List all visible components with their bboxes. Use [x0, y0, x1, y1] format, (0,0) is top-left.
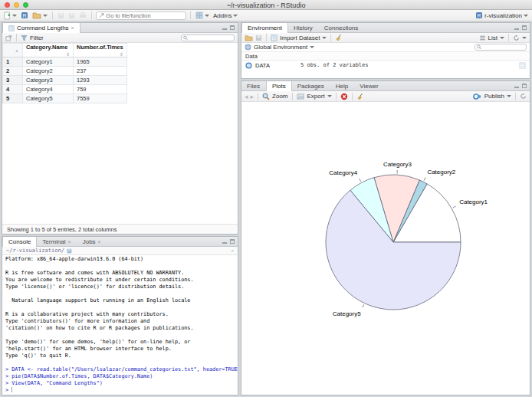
viewer-toolbar: Filter — [2, 33, 238, 43]
table-cell: Category5 — [23, 94, 74, 103]
save-all-button[interactable] — [67, 11, 76, 20]
previous-plot-icon[interactable]: ◂ — [245, 93, 248, 100]
table-row[interactable]: 2Category2237 — [3, 67, 127, 76]
search-icon — [183, 35, 188, 41]
plots-pane: Files Plots Packages Help Viewer ◂ ▸ Zoo… — [241, 80, 530, 395]
maximize-pane-icon[interactable] — [230, 239, 235, 244]
pie-chart: Category1Category2Category3Category4Cate… — [241, 102, 530, 394]
table-row[interactable]: 3Category31293 — [3, 76, 127, 85]
data-viewer-pane: Command Lengths × Filter ▲ Category.Name… — [2, 22, 238, 235]
corner-header[interactable]: ▲ — [3, 44, 23, 57]
clear-objects-icon[interactable] — [335, 34, 343, 41]
project-menu-button[interactable]: r-visualization — [475, 11, 529, 20]
console-output[interactable]: Platform: x86_64-apple-darwin13.6.0 (64-… — [2, 255, 238, 394]
tab-history[interactable]: History — [288, 23, 319, 32]
goto-file-function-box[interactable] — [96, 11, 186, 20]
data-object-icon — [245, 62, 252, 69]
filter-label[interactable]: Filter — [30, 34, 44, 41]
save-workspace-icon[interactable] — [255, 34, 262, 41]
plot-area: Category1Category2Category3Category4Cate… — [241, 102, 530, 394]
minimize-pane-icon[interactable] — [514, 84, 519, 88]
pie-slice-label: Category5 — [333, 310, 361, 317]
goto-input[interactable] — [106, 12, 183, 19]
refresh-plots-icon[interactable] — [520, 93, 527, 100]
list-view-icon — [479, 34, 486, 41]
pie-label-tick — [424, 178, 425, 181]
zoom-plot-button[interactable]: Zoom — [272, 93, 287, 100]
console-command-line: > View(DATA, "Command Lengths") — [5, 380, 238, 387]
new-project-button[interactable] — [20, 11, 29, 20]
minimize-pane-icon[interactable] — [222, 239, 227, 244]
table-cell: 7559 — [74, 94, 127, 103]
view-table-icon[interactable] — [519, 62, 526, 69]
viewer-search-input[interactable] — [189, 35, 232, 41]
tab-environment[interactable]: Environment — [241, 23, 288, 33]
table-row[interactable]: 4Category4759 — [3, 85, 127, 94]
console-output-line: R is a collaborative project with many c… — [5, 311, 238, 318]
import-dataset-button[interactable]: Import Dataset — [280, 34, 320, 41]
viewer-search-box[interactable] — [181, 34, 235, 41]
console-output-line — [5, 263, 238, 270]
minimize-pane-icon[interactable] — [514, 25, 519, 30]
popout-icon[interactable] — [5, 34, 12, 41]
scope-selector[interactable]: Global Environment — [254, 44, 307, 51]
console-command-line: > DATA <- read.table("/Users/lsalazar/co… — [5, 366, 238, 373]
remove-plot-icon[interactable] — [340, 93, 348, 100]
console-output-line: R is free software and comes with ABSOLU… — [5, 270, 238, 277]
table-cell: 1 — [3, 57, 23, 67]
load-workspace-icon[interactable] — [245, 34, 253, 41]
open-file-button[interactable] — [31, 11, 48, 20]
pane-layout-button[interactable] — [195, 11, 210, 20]
environment-search-box[interactable] — [475, 44, 527, 51]
export-plot-icon — [297, 93, 305, 100]
addins-button[interactable]: Addins — [212, 11, 238, 20]
maximize-pane-icon[interactable] — [522, 84, 527, 88]
goto-icon — [99, 12, 104, 18]
console-output-line: Platform: x86_64-apple-darwin13.6.0 (64-… — [5, 256, 238, 263]
new-file-button[interactable] — [3, 11, 18, 20]
export-plot-button[interactable]: Export — [307, 93, 325, 100]
tab-connections[interactable]: Connections — [319, 23, 364, 32]
project-name: r-visualization — [484, 12, 522, 19]
list-view-button[interactable]: List — [488, 34, 498, 41]
console-output-line: Type 'demo()' for some demos, 'help()' f… — [5, 339, 238, 346]
tab-packages[interactable]: Packages — [292, 81, 330, 90]
filter-icon[interactable] — [21, 34, 28, 41]
environment-search-input[interactable] — [483, 44, 524, 50]
table-cell: 2 — [3, 67, 23, 76]
tab-command-lengths[interactable]: Command Lengths × — [2, 23, 80, 33]
pie-slice-label: Category4 — [329, 169, 357, 176]
popout-console-icon[interactable]: ↗ — [231, 248, 234, 254]
maximize-pane-icon[interactable] — [230, 25, 235, 30]
environment-object-row[interactable]: DATA 5 obs. of 2 variables — [241, 61, 530, 70]
refresh-icon[interactable] — [513, 34, 520, 41]
publish-button[interactable]: Publish — [484, 93, 504, 100]
close-tab-icon[interactable]: × — [98, 239, 101, 244]
tab-jobs[interactable]: Jobs× — [77, 237, 107, 246]
tab-console[interactable]: Console — [2, 237, 37, 247]
print-button[interactable] — [78, 11, 87, 20]
save-button[interactable] — [57, 11, 65, 20]
table-row[interactable]: 5Category57559 — [3, 94, 127, 103]
environment-scope-bar: Global Environment — [241, 43, 530, 52]
pie-slice-label: Category1 — [459, 198, 488, 205]
column-header-category-name[interactable]: Category.Name⇕ — [23, 44, 74, 57]
object-name[interactable]: DATA — [255, 62, 297, 69]
plots-toolbar: ◂ ▸ Zoom Export Publish — [241, 91, 530, 102]
clear-plots-icon[interactable] — [356, 93, 364, 100]
console-output-line: You are welcome to redistribute it under… — [5, 277, 238, 284]
table-cell: 1965 — [74, 57, 127, 67]
tab-plots[interactable]: Plots — [266, 81, 292, 91]
minimize-pane-icon[interactable] — [222, 25, 227, 30]
maximize-pane-icon[interactable] — [522, 25, 527, 30]
tab-terminal[interactable]: Terminal× — [37, 237, 77, 246]
table-row[interactable]: 1Category11965 — [3, 57, 127, 67]
tab-viewer[interactable]: Viewer — [354, 81, 384, 90]
column-header-number-of-times[interactable]: Number.of.Times⇕ — [74, 44, 127, 57]
close-tab-icon[interactable]: × — [68, 239, 71, 244]
next-plot-icon[interactable]: ▸ — [251, 93, 255, 100]
close-tab-icon[interactable]: × — [71, 25, 74, 31]
tab-help[interactable]: Help — [330, 81, 354, 90]
tab-files[interactable]: Files — [241, 81, 266, 90]
console-output-line — [5, 304, 238, 311]
